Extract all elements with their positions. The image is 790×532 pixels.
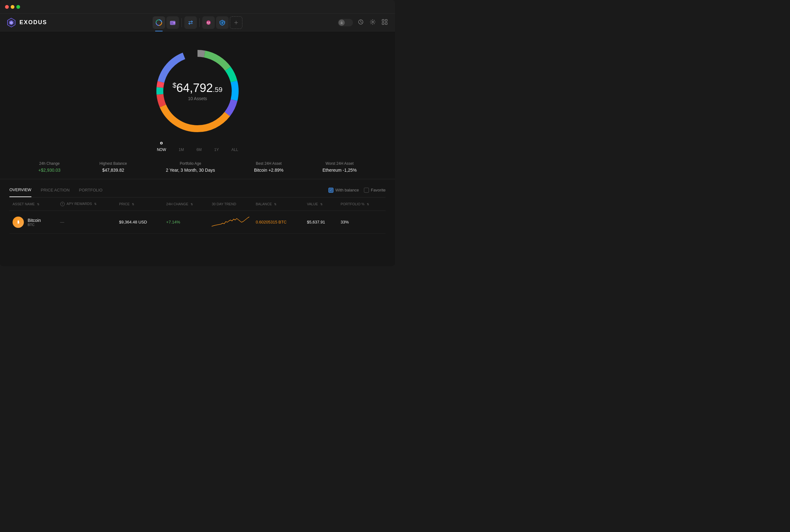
nav-center [153,16,242,29]
earn-nav-button[interactable] [216,16,229,29]
table-section: OVERVIEW PRICE ACTION PORTFOLIO ✓ With b… [0,182,395,233]
lock-circle [338,19,345,26]
asset-name-inner: Bitcoin BTC [13,216,54,228]
apps-button[interactable] [380,18,389,27]
asset-price: $9,364.48 USD [116,211,163,233]
th-portfolio-pct[interactable]: PORTFOLIO % ⇅ [338,197,385,211]
sort-icon-3: ⇅ [132,203,134,206]
donut-chart: $64,792.59 10 Assets [147,41,248,141]
companion-icon [205,19,212,26]
checkmark-icon: ✓ [330,188,332,192]
stats-row: 24h Change +$2,930.03 Highest Balance $4… [0,155,395,179]
portfolio-section: $64,792.59 10 Assets NOW 1M 6M 1Y ALL 24… [0,32,395,182]
timeline-1m[interactable]: 1M [178,148,184,152]
stat-portfolio-age: Portfolio Age 2 Year, 3 Month, 30 Days [166,161,215,173]
minimize-button[interactable] [11,5,15,9]
stat-highest-label: Highest Balance [99,161,127,166]
timeline-all[interactable]: ALL [231,148,238,152]
th-asset-name[interactable]: ASSET NAME ⇅ [10,197,57,211]
wallet-nav-button[interactable] [166,16,179,29]
donut-center: $64,792.59 10 Assets [172,81,222,101]
exchange-nav-button[interactable] [184,16,197,29]
close-button[interactable] [5,5,9,9]
exodus-logo-icon [6,18,16,27]
asset-value: $5,637.91 [304,211,337,233]
bitcoin-symbol [15,219,21,225]
stat-worst-label: Worst 24H Asset [322,161,357,166]
with-balance-checkbox[interactable]: ✓ [328,188,334,193]
svg-point-6 [206,20,211,25]
traffic-lights [5,5,20,9]
add-nav-button[interactable] [230,16,242,29]
stat-24h-value: +$2,930.03 [38,168,60,173]
asset-name-cell: Bitcoin BTC [10,211,57,233]
svg-rect-14 [385,19,387,21]
stat-best-value: Bitcoin +2.89% [254,168,284,173]
stat-age-label: Portfolio Age [166,161,215,166]
svg-rect-10 [341,22,342,24]
stat-worst-value: Ethereum -1,25% [322,168,357,173]
stat-worst-asset: Worst 24H Asset Ethereum -1,25% [322,161,357,173]
content: $64,792.59 10 Assets NOW 1M 6M 1Y ALL 24… [0,32,395,266]
logo: EXODUS [6,18,47,27]
history-icon [358,19,363,25]
asset-name-info: Bitcoin BTC [27,218,41,227]
favorite-checkbox[interactable] [364,188,369,193]
settings-button[interactable] [369,18,377,27]
table-row[interactable]: Bitcoin BTC — $9,364.48 USD +7.14% 0.602… [10,211,385,233]
svg-point-9 [222,22,223,23]
add-icon [233,20,239,25]
portfolio-assets-count: 10 Assets [172,96,222,101]
companion-nav-button[interactable] [202,16,215,29]
apps-icon [382,19,388,25]
asset-icon-btc [13,216,24,228]
portfolio-icon [155,19,162,26]
svg-rect-16 [385,23,387,24]
exchange-icon [187,19,194,26]
settings-icon [370,19,376,25]
wallet-icon [170,19,176,26]
sort-icon-5: ⇅ [274,203,277,206]
timeline-1y[interactable]: 1Y [214,148,219,152]
history-button[interactable] [357,18,365,27]
stat-highest-balance: Highest Balance $47,839.82 [99,161,127,173]
table-header-row: ASSET NAME ⇅ ? APY REWARDS ⇅ PRICE ⇅ 24H… [10,197,385,211]
nav-divider [182,18,182,27]
favorite-label: Favorite [371,188,385,192]
tab-price-action[interactable]: PRICE ACTION [41,188,70,197]
sort-icon-6: ⇅ [320,203,323,206]
th-24h-change[interactable]: 24H CHANGE ⇅ [163,197,208,211]
portfolio-nav-button[interactable] [153,16,165,29]
with-balance-label: With balance [335,188,359,192]
asset-name-text: Bitcoin [27,218,41,223]
th-balance[interactable]: BALANCE ⇅ [252,197,304,211]
stat-best-asset: Best 24H Asset Bitcoin +2.89% [254,161,284,173]
asset-portfolio-pct: 33% [338,211,385,233]
timeline-dot [160,142,163,145]
svg-rect-13 [382,19,384,21]
stat-best-label: Best 24H Asset [254,161,284,166]
timeline-now[interactable]: NOW [157,148,166,152]
timeline-6m[interactable]: 6M [196,148,202,152]
asset-change: +7.14% [163,211,208,233]
asset-table: ASSET NAME ⇅ ? APY REWARDS ⇅ PRICE ⇅ 24H… [10,197,385,233]
tab-overview[interactable]: OVERVIEW [10,187,32,197]
th-price[interactable]: PRICE ⇅ [116,197,163,211]
svg-rect-5 [173,22,175,23]
filter-favorite[interactable]: Favorite [364,188,385,193]
asset-ticker: BTC [27,223,41,227]
th-apy[interactable]: ? APY REWARDS ⇅ [57,197,116,211]
portfolio-amount: $64,792.59 [172,81,222,95]
titlebar [0,0,395,14]
lock-toggle[interactable] [338,19,353,26]
earn-icon [219,19,225,26]
question-icon[interactable]: ? [60,202,65,206]
sparkline-cell [208,211,252,233]
tab-portfolio[interactable]: PORTFOLIO [79,188,103,197]
maximize-button[interactable] [16,5,20,9]
svg-point-7 [207,22,208,23]
sparkline-chart [212,215,249,228]
th-value[interactable]: VALUE ⇅ [304,197,337,211]
lock-icon [340,21,343,24]
filter-with-balance[interactable]: ✓ With balance [328,188,359,193]
